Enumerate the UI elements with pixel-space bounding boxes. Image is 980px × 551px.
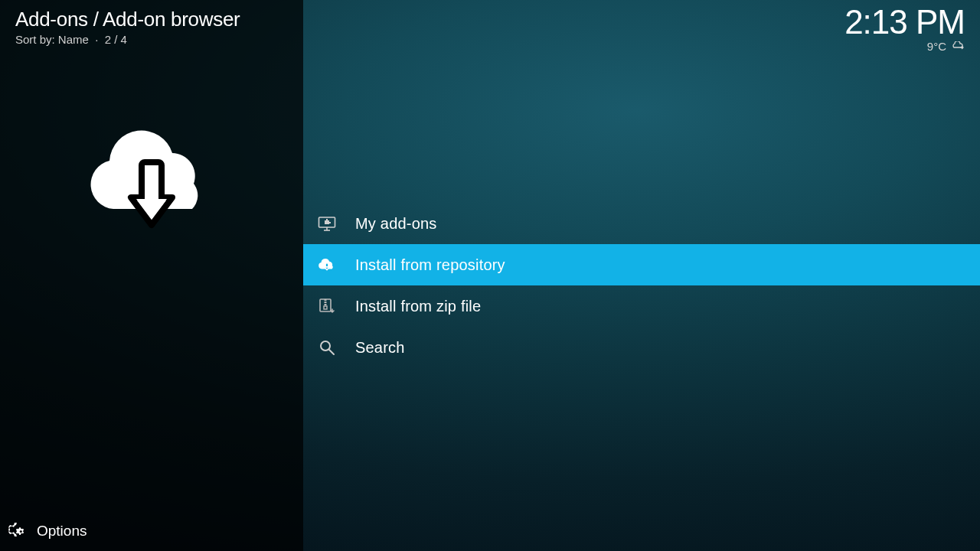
sort-by-label: Sort by: Name bbox=[15, 33, 89, 46]
svg-rect-15 bbox=[324, 306, 327, 309]
svg-rect-14 bbox=[325, 304, 327, 305]
cloud-download-hero-icon bbox=[79, 115, 224, 256]
sidebar-header: Add-ons / Add-on browser Sort by: Name ·… bbox=[0, 0, 303, 46]
menu-item-label: My add-ons bbox=[355, 215, 437, 233]
svg-rect-13 bbox=[325, 302, 327, 303]
sort-line: Sort by: Name · 2 / 4 bbox=[15, 33, 288, 46]
menu-item-search[interactable]: Search bbox=[303, 327, 980, 368]
svg-rect-1 bbox=[145, 165, 158, 199]
menu-item-label: Install from repository bbox=[355, 256, 505, 274]
monitor-addon-icon bbox=[317, 214, 337, 233]
breadcrumb: Add-ons / Add-on browser bbox=[15, 8, 288, 31]
sidebar: Add-ons / Add-on browser Sort by: Name ·… bbox=[0, 0, 303, 551]
search-icon bbox=[317, 337, 337, 357]
options-label: Options bbox=[37, 523, 87, 540]
svg-rect-8 bbox=[329, 222, 331, 223]
cloud-download-icon bbox=[317, 255, 337, 275]
svg-line-17 bbox=[329, 350, 334, 354]
menu-item-install-zip[interactable]: Install from zip file bbox=[303, 285, 980, 327]
svg-rect-7 bbox=[326, 219, 328, 220]
weather-temp: 9°C bbox=[927, 40, 946, 53]
zip-download-icon bbox=[317, 296, 337, 316]
options-icon bbox=[8, 520, 26, 542]
options-button[interactable]: Options bbox=[8, 520, 87, 542]
item-count: 2 / 4 bbox=[105, 33, 127, 46]
weather-icon bbox=[951, 40, 965, 53]
sidebar-hero-icon-wrap bbox=[0, 115, 303, 256]
svg-rect-12 bbox=[325, 299, 327, 301]
status-area: 2:13 PM 9°C bbox=[844, 5, 965, 53]
menu-item-label: Install from zip file bbox=[355, 298, 481, 315]
svg-rect-6 bbox=[325, 220, 329, 224]
menu: My add-ons Install from repository bbox=[303, 203, 980, 368]
main-pane: 2:13 PM 9°C M bbox=[303, 0, 980, 551]
svg-point-16 bbox=[321, 341, 330, 350]
weather: 9°C bbox=[844, 40, 965, 53]
clock: 2:13 PM bbox=[844, 5, 965, 40]
menu-item-label: Search bbox=[355, 339, 405, 357]
menu-item-my-addons[interactable]: My add-ons bbox=[303, 203, 980, 244]
menu-item-install-repository[interactable]: Install from repository bbox=[303, 244, 980, 285]
svg-point-2 bbox=[20, 530, 22, 533]
